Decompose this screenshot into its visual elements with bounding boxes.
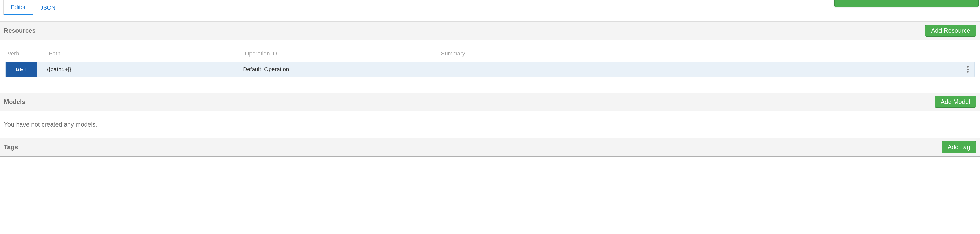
models-body: You have not created any models. xyxy=(0,111,980,138)
models-empty-message: You have not created any models. xyxy=(4,121,97,128)
tags-title: Tags xyxy=(4,144,18,151)
col-opid: Operation ID xyxy=(245,50,441,57)
col-path: Path xyxy=(49,50,245,57)
add-resource-button[interactable]: Add Resource xyxy=(925,25,976,36)
partial-green-button[interactable] xyxy=(834,0,979,7)
kebab-menu-icon[interactable] xyxy=(966,65,970,74)
api-editor-panel: Editor JSON Resources Add Resource Verb … xyxy=(0,0,980,157)
resources-title: Resources xyxy=(4,27,36,34)
add-model-button[interactable]: Add Model xyxy=(935,96,976,108)
resource-op-id: Default_Operation xyxy=(243,66,439,73)
tab-editor[interactable]: Editor xyxy=(3,0,33,15)
models-title: Models xyxy=(4,98,25,105)
resources-header: Resources Add Resource xyxy=(0,21,980,40)
add-tag-button[interactable]: Add Tag xyxy=(942,141,976,153)
col-verb: Verb xyxy=(8,50,49,57)
tab-json[interactable]: JSON xyxy=(33,0,63,15)
top-strip: Editor JSON xyxy=(0,0,980,21)
models-header: Models Add Model xyxy=(0,93,980,111)
tags-header: Tags Add Tag xyxy=(0,138,980,157)
verb-badge-get: GET xyxy=(6,62,37,77)
editor-json-tabs: Editor JSON xyxy=(3,0,63,15)
resources-body: Verb Path Operation ID Summary GET /{pat… xyxy=(0,40,980,93)
resource-path: /{path:.+|} xyxy=(37,66,243,73)
col-summary: Summary xyxy=(441,50,972,57)
resource-row[interactable]: GET /{path:.+|} Default_Operation xyxy=(5,62,975,77)
resources-column-headers: Verb Path Operation ID Summary xyxy=(5,50,975,62)
